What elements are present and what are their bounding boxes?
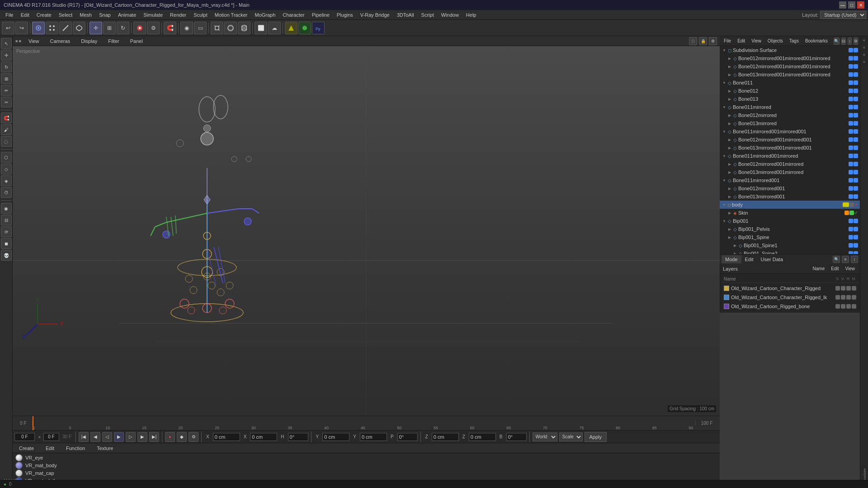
sidebar-toggle-1[interactable]: ≡: [861, 37, 868, 43]
tool-extra5[interactable]: 💀: [1, 250, 12, 261]
tool-sculpt[interactable]: ◌: [1, 136, 12, 147]
goto-end-button[interactable]: ▶|: [149, 432, 159, 442]
prev-keyframe-button[interactable]: ◁: [102, 432, 112, 442]
tree-item-2[interactable]: ▶◇Bone012mirrored001mirrored001mirrored: [720, 62, 860, 70]
tree-item-25[interactable]: ▶◇Bip001_Spine2: [720, 249, 860, 254]
obj-objects-btn[interactable]: Objects: [765, 38, 785, 44]
material-item-body[interactable]: VR_mat_body: [14, 462, 719, 469]
menu-select[interactable]: Select: [55, 11, 76, 19]
menu-create[interactable]: Create: [33, 11, 55, 19]
object-tree[interactable]: ▼◻Subdivision Surface▶◇Bone012mirrored00…: [720, 46, 860, 254]
world-mode-select[interactable]: World Object: [533, 432, 557, 441]
menu-snap[interactable]: Snap: [95, 11, 114, 19]
close-button[interactable]: ✕: [857, 1, 864, 9]
tree-expand-15[interactable]: ▶: [727, 170, 732, 174]
attr-userdata-tab[interactable]: User Data: [757, 255, 787, 263]
coord-x-input[interactable]: [213, 433, 240, 441]
obj-settings-btn[interactable]: ⚙: [854, 38, 858, 45]
obj-view-btn[interactable]: View: [749, 38, 764, 44]
vp-maximize[interactable]: □: [689, 37, 697, 45]
object-mode-button[interactable]: [32, 22, 45, 34]
minimize-button[interactable]: —: [839, 1, 846, 9]
obj-edit-btn[interactable]: Edit: [735, 38, 747, 44]
tree-item-8[interactable]: ▶◇Bone012mirrored: [720, 111, 860, 119]
create-cylinder[interactable]: [238, 22, 250, 34]
obj-tags-btn[interactable]: Tags: [787, 38, 801, 44]
timeline-ruler[interactable]: 0 F 0 5 10 15 20 25 30 35 40 45 50 55 60…: [13, 416, 720, 430]
coord-p-input[interactable]: [397, 433, 418, 441]
obj-bookmarks-btn[interactable]: Bookmarks: [803, 38, 830, 44]
vp-lock[interactable]: 🔒: [699, 37, 707, 45]
tree-expand-23[interactable]: ▶: [727, 235, 732, 239]
tool-extra4[interactable]: ⏹: [1, 238, 12, 249]
vp-menu-view[interactable]: View: [25, 38, 43, 45]
timeline-track[interactable]: 0 5 10 15 20 25 30 35 40 45 50 55 60 65 …: [33, 416, 695, 430]
tree-item-4[interactable]: ▼◇Bone011: [720, 79, 860, 87]
layer-item-1[interactable]: Old_Wizard_Cartoon_Character_Rigged_lk: [722, 293, 858, 302]
tool-select[interactable]: ↖: [1, 38, 12, 49]
coord-y-input[interactable]: [322, 433, 349, 441]
tree-item-15[interactable]: ▶◇Bone013mirrored001mirrored: [720, 168, 860, 176]
tool-knife[interactable]: ✂: [1, 97, 12, 108]
tree-expand-4[interactable]: ▼: [722, 81, 727, 85]
coord-b-input[interactable]: [506, 433, 527, 441]
menu-window[interactable]: Window: [438, 11, 462, 19]
vray-button1[interactable]: [285, 22, 297, 34]
tree-expand-10[interactable]: ▼: [722, 130, 727, 134]
tree-expand-18[interactable]: ▶: [727, 195, 732, 199]
tree-expand-8[interactable]: ▶: [727, 113, 732, 117]
rect-select[interactable]: ▭: [194, 22, 207, 34]
menu-character[interactable]: Character: [279, 11, 308, 19]
tree-expand-7[interactable]: ▼: [722, 105, 727, 109]
tree-item-6[interactable]: ▶◇Bone013: [720, 95, 860, 103]
tree-expand-22[interactable]: ▶: [727, 227, 732, 231]
coord-z2-input[interactable]: [469, 433, 496, 441]
attr-mode-tab[interactable]: Mode: [722, 255, 741, 263]
menu-vray[interactable]: V-Ray Bridge: [357, 11, 393, 19]
tree-item-5[interactable]: ▶◇Bone012: [720, 87, 860, 95]
render-settings[interactable]: ⚙: [147, 22, 160, 34]
mat-texture-btn[interactable]: Texture: [93, 445, 117, 452]
vp-settings[interactable]: ⚙: [709, 37, 717, 45]
tool-extra2[interactable]: ⊟: [1, 215, 12, 225]
tool-timeline[interactable]: ⏱: [1, 187, 12, 198]
menu-edit[interactable]: Edit: [17, 11, 33, 19]
live-select[interactable]: ◉: [180, 22, 193, 34]
tree-item-24[interactable]: ▶◇Bip001_Spine1: [720, 241, 860, 249]
create-sphere[interactable]: [224, 22, 237, 34]
play-button[interactable]: ▶: [114, 432, 124, 442]
menu-simulate[interactable]: Simulate: [140, 11, 166, 19]
snap-button[interactable]: 🧲: [164, 22, 176, 34]
tool-rotate[interactable]: ↻: [1, 61, 12, 72]
obj-file-btn[interactable]: File: [722, 38, 733, 44]
tool-magnet[interactable]: 🧲: [1, 113, 12, 123]
tree-item-14[interactable]: ▶◇Bone012mirrored001mirrored: [720, 160, 860, 168]
points-mode-button[interactable]: [46, 22, 58, 34]
vp-menu-cameras[interactable]: Cameras: [47, 38, 74, 45]
scale-tool[interactable]: ⊞: [103, 22, 116, 34]
rotate-tool[interactable]: ↻: [117, 22, 129, 34]
tree-expand-21[interactable]: ▼: [722, 219, 727, 223]
next-keyframe-button[interactable]: ▷: [126, 432, 136, 442]
layers-edit-btn[interactable]: Edit: [829, 265, 841, 272]
tree-expand-24[interactable]: ▶: [732, 244, 738, 248]
record-button[interactable]: ●: [165, 432, 175, 442]
tree-item-17[interactable]: ▶◇Bone012mirrored001: [720, 184, 860, 192]
menu-sculpt[interactable]: Sculpt: [190, 11, 211, 19]
tree-item-20[interactable]: ▶◈Skin✓: [720, 209, 860, 217]
tree-expand-16[interactable]: ▼: [722, 178, 727, 183]
vp-menu-display[interactable]: Display: [77, 38, 101, 45]
viewport-3d[interactable]: Perspective: [13, 46, 720, 416]
layer-item-2[interactable]: Old_Wizard_Cartoon_Rigged_bone: [722, 302, 858, 311]
attr-search-btn[interactable]: 🔍: [833, 256, 840, 263]
layers-view-btn[interactable]: View: [843, 265, 858, 272]
obj-search-btn[interactable]: 🔍: [834, 38, 840, 45]
edges-mode-button[interactable]: [59, 22, 72, 34]
tree-item-1[interactable]: ▶◇Bone012mirrored001mirrored001mirrored: [720, 54, 860, 62]
tree-expand-1[interactable]: ▶: [727, 56, 732, 61]
tree-expand-0[interactable]: ▼: [722, 48, 727, 52]
current-frame-input[interactable]: [14, 433, 35, 441]
obj-filter-btn[interactable]: ⊟: [841, 38, 846, 45]
tree-item-16[interactable]: ▼◇Bone011mirrored001: [720, 176, 860, 184]
tree-expand-3[interactable]: ▶: [727, 73, 732, 77]
